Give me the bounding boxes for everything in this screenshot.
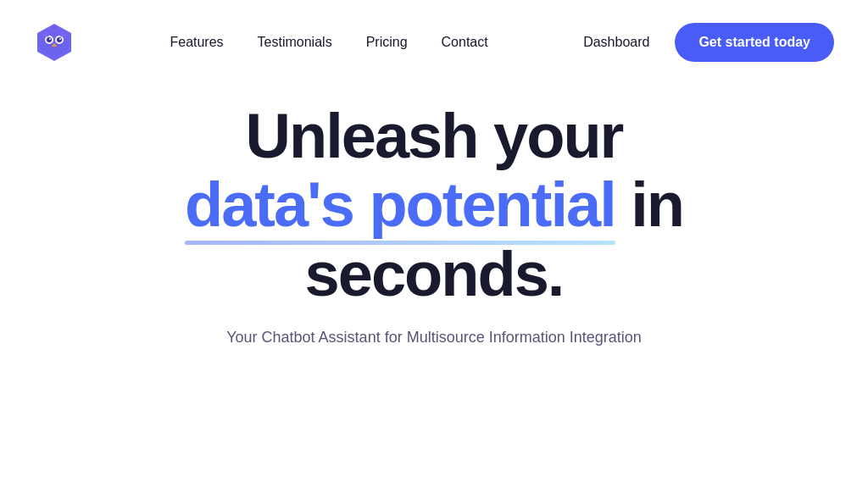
nav-right: Dashboard Get started today	[583, 23, 834, 62]
svg-point-4	[47, 37, 52, 42]
nav-link-testimonials[interactable]: Testimonials	[258, 35, 332, 50]
nav-link-pricing[interactable]: Pricing	[366, 35, 408, 50]
nav-link-contact[interactable]: Contact	[442, 35, 488, 50]
svg-point-7	[59, 38, 61, 40]
nav-dashboard-link[interactable]: Dashboard	[583, 35, 649, 50]
hero-highlight: data's potential	[185, 170, 615, 239]
svg-point-5	[57, 37, 62, 42]
nav-links: Features Testimonials Pricing Contact	[170, 35, 487, 50]
navbar: Features Testimonials Pricing Contact Da…	[0, 0, 868, 85]
nav-link-features[interactable]: Features	[170, 35, 223, 50]
hero-section: Unleash your data's potential in seconds…	[0, 85, 868, 347]
get-started-button[interactable]: Get started today	[675, 23, 834, 62]
hero-subtitle: Your Chatbot Assistant for Multisource I…	[226, 329, 642, 347]
hero-line3: seconds.	[305, 239, 564, 309]
hero-line1: Unleash your	[246, 101, 623, 171]
logo-icon	[34, 22, 75, 63]
svg-point-6	[49, 38, 51, 40]
logo[interactable]	[34, 22, 75, 63]
hero-line2-rest: in	[615, 169, 683, 240]
hero-headline: Unleash your data's potential in seconds…	[185, 102, 683, 308]
